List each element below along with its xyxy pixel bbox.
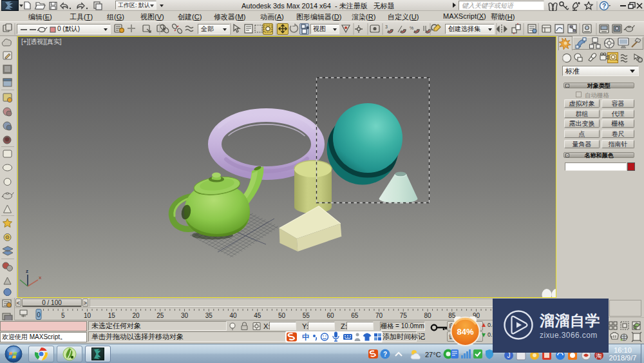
svg-text:50: 50	[278, 312, 286, 319]
svg-text:55: 55	[303, 312, 310, 319]
svg-text:15: 15	[108, 312, 116, 319]
svg-text:70: 70	[375, 312, 383, 319]
svg-text:45: 45	[254, 312, 261, 319]
svg-text:20: 20	[132, 312, 140, 319]
svg-text:0: 0	[37, 311, 41, 319]
svg-text:J: J	[507, 352, 511, 359]
svg-text:25: 25	[156, 312, 164, 319]
svg-text:35: 35	[205, 312, 213, 319]
svg-text:27°C: 27°C	[425, 351, 441, 358]
svg-text:x: x	[39, 275, 42, 280]
svg-text:84%: 84%	[457, 327, 473, 337]
svg-text:%: %	[410, 26, 413, 30]
svg-text:5: 5	[61, 312, 65, 319]
svg-text:3: 3	[385, 25, 388, 29]
svg-text:80: 80	[424, 312, 431, 319]
svg-text:10: 10	[84, 312, 91, 319]
svg-text:淘: 淘	[596, 353, 602, 359]
svg-text:z: z	[26, 268, 28, 274]
svg-text:40: 40	[229, 312, 237, 319]
svg-text:30: 30	[181, 312, 189, 319]
svg-text:?: ?	[383, 351, 387, 358]
svg-text:75: 75	[400, 312, 408, 319]
svg-text:?: ?	[602, 3, 606, 10]
svg-text:60: 60	[327, 312, 334, 319]
svg-text:65: 65	[351, 312, 359, 319]
svg-text:[+][透视][真实]: [+][透视][真实]	[21, 38, 62, 45]
svg-text:中: 中	[302, 333, 310, 342]
